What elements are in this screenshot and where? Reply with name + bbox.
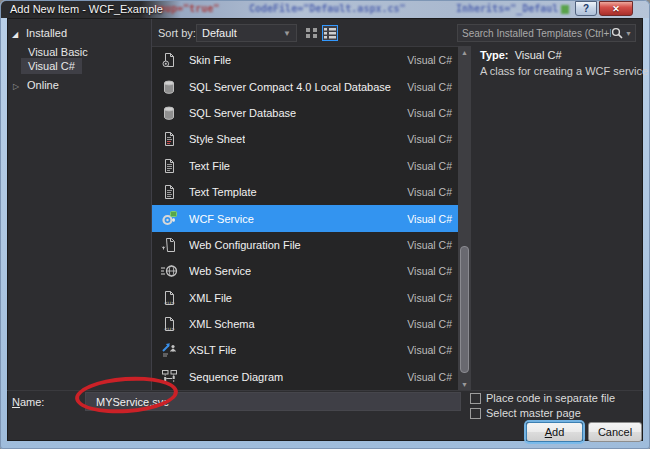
expander-collapsed-icon[interactable]: ▷: [13, 82, 24, 91]
template-type: Type: Visual C#: [480, 49, 562, 61]
name-label: Name:: [12, 396, 44, 408]
dialog-title: Add New Item - WCF_Example: [10, 3, 163, 15]
template-category: Visual C#: [399, 160, 452, 172]
sidebar-item-online[interactable]: ▷ Online: [13, 79, 59, 91]
expander-open-icon[interactable]: ◢: [12, 30, 23, 39]
template-category: Visual C#: [399, 292, 452, 304]
template-name: Web Service: [189, 265, 251, 277]
template-list-item[interactable]: SQL Server Compact 4.0 Local DatabaseVis…: [152, 73, 458, 99]
template-list-item[interactable]: <u>XML SchemaVisual C#: [152, 311, 458, 337]
name-input[interactable]: [85, 392, 461, 411]
template-list-item[interactable]: Text TemplateVisual C#: [152, 179, 458, 205]
sidebar-item-visual-basic[interactable]: Visual Basic: [28, 46, 88, 58]
template-category: Visual C#: [399, 265, 452, 277]
svg-text:<u>: <u>: [164, 298, 175, 305]
template-name: Skin File: [189, 54, 231, 66]
wcf-service-icon: [160, 211, 178, 227]
list-view-icon: [324, 27, 336, 39]
template-category: Visual C#: [399, 213, 452, 225]
background-code-fragment: Inherits="_Defaul: [456, 3, 558, 14]
template-list-item[interactable]: Text FileVisual C#: [152, 153, 458, 179]
template-category: Visual C#: [399, 344, 452, 356]
template-name: Sequence Diagram: [189, 371, 283, 383]
search-options-chevron-icon[interactable]: ▼: [625, 30, 632, 37]
template-category: Visual C#: [399, 239, 452, 251]
small-icons-view-button[interactable]: [304, 25, 320, 41]
template-list-item[interactable]: SQL Server DatabaseVisual C#: [152, 100, 458, 126]
place-code-checkbox[interactable]: Place code in separate file: [470, 392, 615, 404]
checkbox-icon[interactable]: [470, 408, 481, 419]
search-box[interactable]: ▼: [457, 24, 636, 42]
scroll-up-icon[interactable]: ▲: [458, 46, 471, 58]
template-name: Text Template: [189, 186, 257, 198]
titlebar[interactable]: reup="true" CodeFile="Default.aspx.cs" I…: [1, 1, 649, 18]
template-list-item[interactable]: Web Configuration FileVisual C#: [152, 232, 458, 258]
template-description: A class for creating a WCF service: [480, 65, 648, 77]
small-icons-view-icon: [306, 27, 318, 39]
close-button[interactable]: ✕: [599, 1, 633, 16]
footer-separator: [7, 390, 643, 391]
sort-by-dropdown[interactable]: Default ▼: [196, 24, 297, 42]
template-category: Visual C#: [399, 318, 452, 330]
add-new-item-dialog: reup="true" CodeFile="Default.aspx.cs" I…: [0, 0, 650, 449]
template-category: Visual C#: [399, 81, 452, 93]
template-category: Visual C#: [399, 371, 452, 383]
select-master-page-checkbox[interactable]: Select master page: [470, 407, 581, 419]
template-category: Visual C#: [399, 133, 452, 145]
search-icon[interactable]: [611, 27, 623, 39]
template-list-item[interactable]: Skin FileVisual C#: [152, 47, 458, 73]
template-name: XSLT File: [189, 344, 236, 356]
sequence-diagram-icon: [160, 369, 178, 385]
cancel-button[interactable]: Cancel: [588, 422, 642, 442]
scrollbar-thumb[interactable]: [460, 246, 469, 373]
template-list-item[interactable]: <u>XML FileVisual C#: [152, 285, 458, 311]
template-name: Style Sheet: [189, 133, 245, 145]
sidebar-item-visual-csharp[interactable]: Visual C#: [21, 58, 82, 74]
sort-by-label: Sort by:: [158, 27, 196, 39]
database-icon: [160, 105, 178, 121]
background-code-fragment: CodeFile="Default.aspx.cs": [249, 3, 406, 14]
template-name: SQL Server Compact 4.0 Local Database: [189, 81, 391, 93]
web-service-icon: [160, 263, 178, 279]
template-list-item[interactable]: Sequence DiagramVisual C#: [152, 364, 458, 390]
xslt-file-icon: [160, 342, 178, 358]
template-name: Web Configuration File: [189, 239, 301, 251]
template-list: Skin FileVisual C#SQL Server Compact 4.0…: [152, 46, 458, 390]
text-file-icon: [160, 158, 178, 174]
xml-schema-icon: <u>: [160, 316, 178, 332]
sidebar-item-installed[interactable]: ◢ Installed: [12, 27, 67, 39]
template-name: XML File: [189, 292, 232, 304]
chevron-down-icon: ▼: [283, 29, 291, 38]
web-config-icon: [160, 237, 178, 253]
template-name: Text File: [189, 160, 230, 172]
style-sheet-icon: [160, 131, 178, 147]
template-name: XML Schema: [189, 318, 255, 330]
background-code-blob: [561, 5, 569, 14]
template-category: Visual C#: [399, 107, 452, 119]
svg-text:<u>: <u>: [164, 325, 175, 332]
database-icon: [160, 79, 178, 95]
template-list-item[interactable]: WCF ServiceVisual C#: [152, 205, 458, 231]
template-name: WCF Service: [189, 213, 254, 225]
text-template-icon: [160, 184, 178, 200]
skin-file-icon: [160, 52, 178, 68]
template-category: Visual C#: [399, 54, 452, 66]
template-category: Visual C#: [399, 186, 452, 198]
template-name: SQL Server Database: [189, 107, 296, 119]
list-view-button[interactable]: [322, 25, 338, 41]
help-button[interactable]: ?: [575, 1, 597, 16]
template-list-item[interactable]: Style SheetVisual C#: [152, 126, 458, 152]
xml-file-icon: <u>: [160, 290, 178, 306]
list-scrollbar[interactable]: ▲ ▼: [458, 46, 471, 390]
scroll-down-icon[interactable]: ▼: [458, 378, 471, 390]
add-button[interactable]: Add: [526, 422, 583, 442]
checkbox-icon[interactable]: [470, 393, 481, 404]
search-input[interactable]: [458, 28, 611, 39]
template-list-item[interactable]: Web ServiceVisual C#: [152, 258, 458, 284]
template-list-item[interactable]: XSLT FileVisual C#: [152, 337, 458, 363]
